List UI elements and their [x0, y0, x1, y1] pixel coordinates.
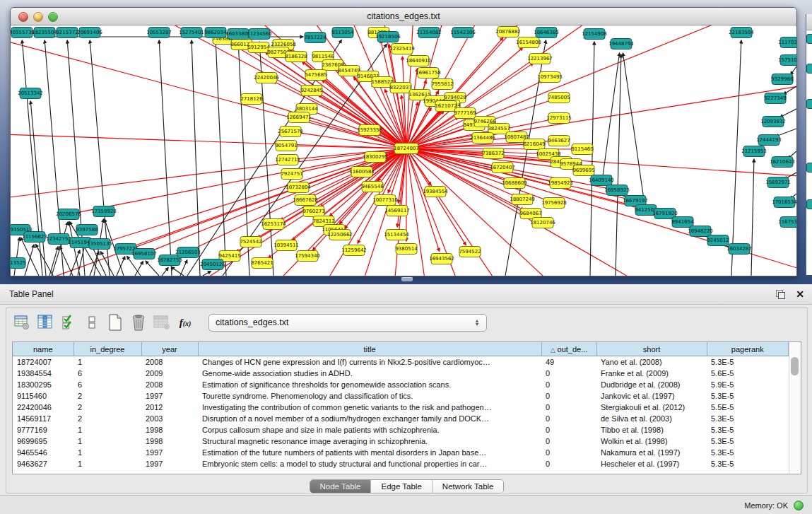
function-builder-button[interactable]: f(x) [175, 313, 195, 332]
table-selector[interactable]: citations_edges.txt ▲▼ [208, 314, 487, 332]
graph-node[interactable]: 7386372 [482, 148, 504, 159]
graph-node[interactable]: 7857224 [304, 33, 326, 43]
graph-node[interactable]: 16943562 [429, 254, 454, 264]
graph-node[interactable]: 11156823 [22, 232, 47, 243]
graph-node[interactable]: 12973115 [546, 113, 572, 124]
graph-node[interactable]: 17016534 [772, 197, 796, 208]
graph-node[interactable]: 9313054 [331, 28, 354, 38]
graph-node[interactable]: 21354082 [416, 28, 442, 38]
graph-node[interactable]: 18724007 [394, 144, 419, 154]
zoom-button[interactable] [48, 12, 58, 22]
graph-edge[interactable] [100, 252, 114, 276]
graph-node[interactable]: 5475685 [305, 70, 326, 81]
graph-node[interactable]: 9313525 [11, 258, 26, 269]
graph-node[interactable]: 19384554 [423, 187, 448, 197]
graph-edge[interactable] [406, 25, 737, 148]
graph-node[interactable]: 6216049 [523, 139, 545, 150]
create-column-button[interactable] [105, 313, 125, 332]
graph-node[interactable]: 12250662 [327, 230, 353, 240]
graph-node[interactable]: 10646383 [534, 28, 559, 38]
graph-node[interactable]: 21364486 [470, 133, 495, 144]
delete-table-button[interactable] [152, 313, 172, 332]
float-panel-button[interactable] [772, 288, 788, 300]
graph-node[interactable]: 18640910 [406, 56, 431, 66]
graph-node[interactable]: 12093832 [760, 117, 786, 127]
graph-edge[interactable] [791, 66, 796, 75]
graph-node[interactable]: 9465546 [361, 182, 384, 192]
unselect-rows-button[interactable] [82, 313, 102, 332]
graph-node[interactable]: 1621072 [435, 101, 457, 112]
graph-edge[interactable] [14, 238, 20, 276]
graph-node[interactable]: 17359928 [91, 206, 117, 217]
graph-node[interactable]: 20876882 [495, 27, 521, 37]
delete-column-button[interactable] [129, 313, 148, 332]
graph-node[interactable]: 22183504 [729, 28, 754, 38]
graph-node[interactable]: 10553287 [146, 28, 172, 38]
graph-edge[interactable] [11, 25, 406, 148]
graph-node[interactable]: 19854923 [548, 178, 573, 189]
graph-node[interactable]: 12669471 [286, 112, 312, 123]
graph-node[interactable]: 9777169 [454, 108, 476, 119]
tab-edge-table[interactable]: Edge Table [371, 480, 432, 493]
graph-node[interactable]: 20691406 [77, 28, 102, 38]
graph-node[interactable]: 16034287 [726, 244, 752, 255]
column-header[interactable]: title [198, 342, 541, 356]
table-row[interactable]: 946554611997Estimation of the future num… [13, 447, 789, 458]
graph-node[interactable]: 14569117 [384, 206, 410, 216]
graph-node[interactable]: 9463627 [548, 136, 570, 146]
graph-node[interactable]: 20206576 [56, 209, 81, 220]
graph-node[interactable]: 7594522 [459, 247, 481, 257]
graph-node[interactable]: 20513342 [18, 88, 43, 99]
graph-node[interactable]: 11170342 [778, 37, 796, 48]
graph-node[interactable]: 10077310 [372, 195, 398, 206]
close-button[interactable] [18, 12, 28, 22]
graph-node[interactable]: 16253174 [261, 219, 286, 230]
minimize-button[interactable] [33, 12, 43, 22]
graph-node[interactable]: 12742715 [275, 155, 300, 165]
graph-node[interactable]: 18300295 [363, 152, 388, 163]
column-header[interactable]: pagerank [707, 342, 789, 356]
graph-node[interactable]: 40355738 [11, 28, 35, 38]
graph-node[interactable]: 15692971 [765, 177, 791, 188]
graph-node[interactable]: 16210643 [770, 157, 795, 168]
graph-node[interactable]: 18667628 [293, 195, 318, 206]
graph-node[interactable]: 21206503 [175, 247, 201, 258]
graph-edge[interactable] [780, 109, 796, 117]
graph-node[interactable]: 13505135 [87, 239, 112, 250]
graph-node[interactable]: 9699695 [572, 165, 594, 176]
graph-node[interactable]: 16720407 [490, 163, 515, 173]
graph-edge[interactable] [11, 25, 406, 148]
panel-splitter[interactable] [0, 275, 812, 284]
graph-node[interactable]: 10688609 [502, 178, 527, 189]
graph-node[interactable]: 7924751 [281, 169, 302, 180]
graph-node[interactable]: 8941654 [671, 217, 694, 228]
graph-node[interactable]: 16961758 [416, 68, 441, 78]
table-row[interactable]: 969969511998Structural magnetic resonanc… [13, 436, 789, 447]
graph-node[interactable]: 7485005 [548, 93, 570, 103]
tab-network-table[interactable]: Network Table [433, 480, 504, 493]
graph-node[interactable]: 18120746 [530, 218, 555, 228]
graph-node[interactable]: 7524542 [240, 237, 261, 247]
graph-node[interactable]: 16409140 [589, 175, 614, 186]
network-canvas[interactable]: 7463822866012859129542322605898275088186… [11, 25, 796, 276]
memory-status-indicator[interactable] [794, 501, 804, 510]
table-row[interactable]: 1830029562008Estimation of significance … [13, 379, 789, 390]
graph-edge[interactable] [623, 53, 645, 204]
graph-node[interactable]: 18235504 [32, 28, 57, 38]
graph-edge[interactable] [406, 69, 418, 148]
graph-node[interactable]: 15275401 [179, 28, 204, 38]
graph-node[interactable]: 15751074 [778, 55, 796, 66]
table-scrollbar[interactable] [789, 342, 801, 474]
graph-edge[interactable] [254, 148, 406, 276]
graph-node[interactable]: 11600584 [349, 167, 375, 177]
graph-node[interactable]: 12325419 [389, 44, 415, 54]
graph-node[interactable]: 9242845 [300, 86, 322, 96]
graph-node[interactable]: 18807249 [510, 194, 535, 205]
graph-node[interactable]: 19218506 [375, 32, 401, 42]
network-graph[interactable]: 7463822866012859129542322605898275088186… [11, 25, 796, 276]
graph-edge[interactable] [49, 247, 58, 276]
graph-node[interactable]: 9380514 [395, 244, 418, 255]
graph-node[interactable]: 10973493 [537, 72, 563, 83]
column-header[interactable]: short [596, 342, 707, 356]
select-rows-button[interactable] [59, 313, 78, 332]
